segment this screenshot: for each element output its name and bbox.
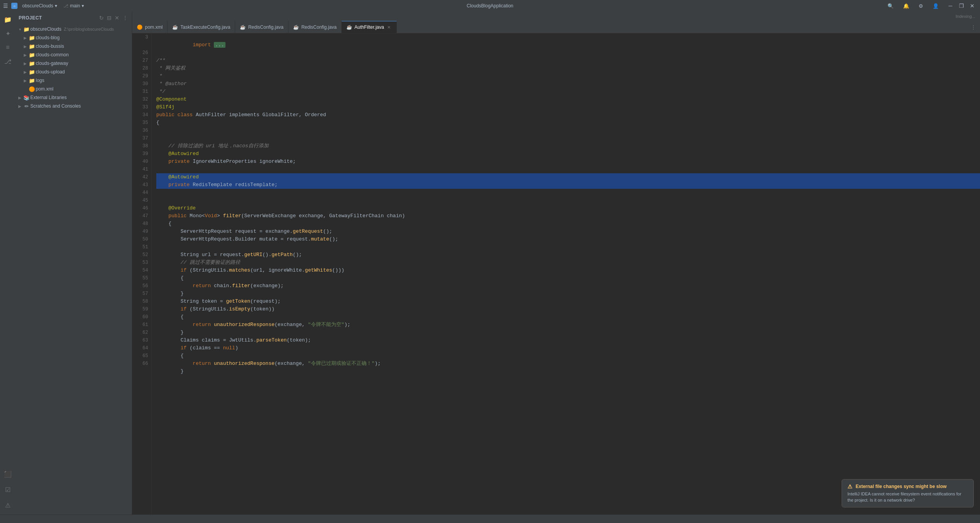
tab-auth-filter[interactable]: ☕ AuthFilter.java ✕ [342,21,397,33]
notification-body: IntelliJ IDEA cannot receive filesystem … [847,491,968,503]
code-line-41 [156,166,980,173]
code-line-43: private RedisTemplate redisTemplate; [156,181,980,189]
app-logo: ○ [11,3,17,9]
chevron-bussis: ▶ [23,44,28,49]
branch-btn[interactable]: ⎇ main ▾ [62,2,86,9]
code-line-26 [156,49,980,57]
label-scratches: Scratches and Consoles [30,103,81,109]
tab-redis-config-2[interactable]: ☕ RedisConfig.java [288,21,342,33]
tab-task-label: TaskExecuteConfig.java [180,24,230,30]
notification-title-text: External file changes sync might be slow [856,484,947,489]
window-controls: ─ ❐ ✕ [946,1,977,10]
tree-external-libs[interactable]: ▶ 📚 External Libraries [16,93,132,102]
settings-btn[interactable]: ⚙ [916,2,926,10]
code-lines[interactable]: import ... /** * 网关鉴权 * * @author [152,33,980,514]
tab-redis-config-1[interactable]: ☕ RedisConfig.java [235,21,288,33]
collapse-all-btn[interactable]: ⊟ [106,14,112,22]
tab-pom[interactable]: 🟠 pom.xml [132,21,168,33]
redis2-tab-icon: ☕ [293,24,299,30]
tab-bar-end: ⋮ [970,23,980,31]
code-line-36 [156,127,980,134]
tree-root[interactable]: ▾ 📁 obscureClouds Z:\pro\blog\obscureClo… [16,25,132,33]
code-line-54: if (StringUtils.matches(url, ignoreWhite… [156,267,980,274]
project-rail-icon[interactable]: 📁 [2,13,14,26]
code-line-25 [156,41,980,49]
tree-scratches[interactable]: ▶ ✏ Scratches and Consoles [16,102,132,110]
terminal-rail-icon[interactable]: ⬛ [2,468,14,480]
root-label: obscureClouds [30,26,61,32]
code-line-64: if (claims == null) [156,344,980,352]
folder-bussis-icon: 📁 [29,43,35,49]
git-rail-icon[interactable]: ⎇ [2,55,14,68]
maximize-btn[interactable]: ❐ [957,1,966,10]
sidebar-header: Project ↻ ⊟ ✕ ⋮ [16,12,132,24]
auth-tab-icon: ☕ [346,24,352,30]
refresh-btn[interactable]: ↻ [98,14,105,22]
code-line-28: * 网关鉴权 [156,65,980,72]
notification-popup: ⚠ External file changes sync might be sl… [842,479,974,507]
pom-tab-icon: 🟠 [137,24,143,30]
root-path: Z:\pro\blog\obscureClouds [64,27,114,31]
tree-pom[interactable]: ▶ 🟠 pom.xml [16,85,132,93]
code-line-47: public Mono<Void> filter(ServerWebExchan… [156,212,980,220]
profile-btn[interactable]: 👤 [930,2,941,10]
tab-pom-label: pom.xml [145,24,162,30]
structure-rail-icon[interactable]: ≡ [2,41,14,54]
notification-title: ⚠ External file changes sync might be sl… [847,483,968,490]
code-line-56: return chain.filter(exchange); [156,282,980,290]
code-line-50: ServerHttpRequest.Builder mutate = reque… [156,235,980,243]
tree-clouds-bussis[interactable]: ▶ 📁 clouds-bussis [16,42,132,51]
code-line-45 [156,197,980,204]
hamburger-icon[interactable]: ☰ [3,3,8,9]
root-chevron: ▾ [17,26,23,32]
todo-rail-icon[interactable]: ☑ [2,483,14,496]
indexing-bar: Indexing... [132,12,980,21]
tree-logs[interactable]: ▶ 📁 logs [16,76,132,85]
code-line-61: return unauthorizedResponse(exchange, "令… [156,321,980,329]
title-bar-right: 🔍 🔔 ⚙ 👤 ─ ❐ ✕ [885,1,977,10]
code-line-58: String token = getToken(request); [156,298,980,305]
code-line-40: private IgnoreWhiteProperties ignoreWhit… [156,158,980,166]
chevron-upload: ▶ [23,69,28,75]
notification-btn[interactable]: 🔔 [901,2,912,10]
close-btn[interactable]: ✕ [968,1,977,10]
indexing-text: Indexing... [956,14,975,19]
redis1-tab-icon: ☕ [240,24,246,30]
editor-content[interactable]: 3 26 27 28 29 30 31 32 33 34 35 36 37 38… [132,33,980,514]
sidebar-close-btn[interactable]: ✕ [114,14,120,22]
tab-task-execute[interactable]: ☕ TaskExecuteConfig.java [168,21,235,33]
folder-logs-icon: 📁 [29,77,35,84]
scratches-icon: ✏ [23,103,30,109]
tree-clouds-gateway[interactable]: ▶ 📁 clouds-gateway [16,59,132,68]
tab-bar: 🟠 pom.xml ☕ TaskExecuteConfig.java ☕ Red… [132,21,980,33]
chevron-ext-libs: ▶ [17,95,23,100]
tab-redis1-label: RedisConfig.java [248,24,283,30]
chevron-blog: ▶ [23,35,28,40]
code-area[interactable]: 3 26 27 28 29 30 31 32 33 34 35 36 37 38… [132,33,980,514]
tree-clouds-common[interactable]: ▶ 📁 clouds-common [16,51,132,59]
code-line-3: import ... [156,33,980,41]
sidebar-title: Project [19,15,42,21]
sidebar-more-btn[interactable]: ⋮ [122,14,129,22]
ext-libs-icon: 📚 [23,94,30,101]
tree-clouds-upload[interactable]: ▶ 📁 clouds-upload [16,68,132,76]
root-folder-icon: 📁 [23,26,30,32]
minimize-btn[interactable]: ─ [946,1,955,10]
sidebar-actions: ↻ ⊟ ✕ ⋮ [98,14,129,22]
auth-tab-close[interactable]: ✕ [386,24,392,30]
code-line-60: { [156,313,980,321]
bookmark-rail-icon[interactable]: ✦ [2,27,14,40]
folder-blog-icon: 📁 [29,35,35,41]
code-line-35: { [156,119,980,127]
code-line-52: String url = request.getURI().getPath(); [156,251,980,259]
label-external-libraries: External Libraries [30,95,66,100]
app-name-btn[interactable]: obscureClouds ▾ [21,2,59,9]
tab-more-btn[interactable]: ⋮ [970,23,977,31]
problems-rail-icon[interactable]: ⚠ [2,499,14,511]
search-btn[interactable]: 🔍 [885,2,896,10]
code-line-30: * @author [156,80,980,88]
code-line-48: { [156,220,980,228]
tree-clouds-blog[interactable]: ▶ 📁 clouds-blog [16,33,132,42]
chevron-logs: ▶ [23,78,28,83]
code-line-62: } [156,329,980,336]
